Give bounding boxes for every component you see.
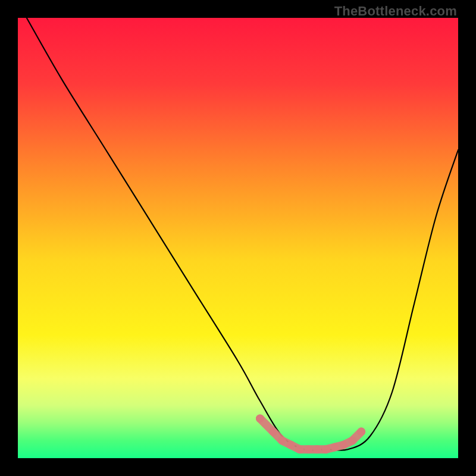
svg-point-6	[304, 445, 312, 453]
highlight-region	[256, 414, 365, 453]
svg-point-8	[322, 445, 330, 453]
curve-layer	[18, 18, 458, 458]
svg-point-4	[287, 441, 295, 449]
svg-point-7	[313, 445, 321, 453]
bottleneck-curve	[27, 18, 458, 450]
svg-point-10	[340, 441, 348, 449]
svg-point-2	[269, 428, 277, 436]
svg-point-9	[331, 443, 339, 452]
svg-point-5	[296, 445, 304, 453]
svg-point-1	[256, 414, 264, 422]
watermark-label: TheBottleneck.com	[334, 4, 457, 19]
svg-point-11	[348, 436, 356, 444]
svg-point-12	[357, 428, 365, 436]
chart-canvas: TheBottleneck.com	[0, 0, 476, 476]
plot-area	[18, 18, 458, 458]
svg-point-3	[278, 436, 286, 444]
